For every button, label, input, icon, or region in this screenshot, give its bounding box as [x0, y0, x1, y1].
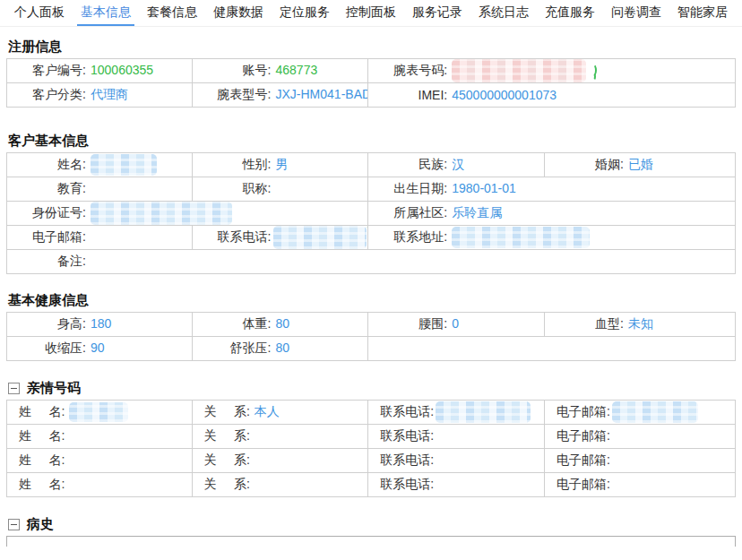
tab-system-log[interactable]: 系统日志: [475, 0, 532, 26]
basic-info-table: 姓名: 性别:男 民族:汉 婚姻:已婚 教育: 职称: 出生日期:1980-01…: [6, 152, 736, 274]
field-label: 腕表号码:: [368, 63, 447, 79]
field-id-number: 身份证号:: [7, 202, 368, 226]
field-label: 联系地址:: [368, 229, 447, 246]
field-email: 电子邮箱:: [7, 226, 193, 250]
field-weight: 体重:80: [192, 313, 368, 337]
tab-control-panel[interactable]: 控制面板: [342, 0, 400, 26]
field-value: 未知: [628, 316, 653, 331]
field-imei: IMEI:450000000001073: [368, 83, 736, 108]
field-education: 教育:: [7, 177, 193, 202]
field-watch-number: 腕表号码:: [368, 59, 736, 83]
table-row: 教育: 职称: 出生日期:1980-01-01: [7, 177, 736, 202]
field-label: 收缩压:: [7, 340, 86, 357]
field-account: 账号:468773: [192, 59, 368, 83]
field-job-title: 职称:: [192, 177, 368, 202]
field-height: 身高:180: [7, 313, 193, 337]
medical-history-table: [6, 536, 736, 547]
field-value: JXJ-HM041-BAD: [276, 87, 368, 101]
field-label: 姓 名:: [19, 477, 65, 491]
field-value: 乐聆直属: [452, 205, 502, 220]
field-label: 腰围:: [368, 316, 447, 332]
field-name: 姓名:: [7, 153, 193, 177]
field-label: 联系电话:: [380, 477, 434, 491]
field-family-name: 姓 名:: [7, 401, 193, 425]
field-label: 电子邮箱:: [7, 229, 86, 246]
field-label: 职称:: [193, 181, 272, 197]
tab-personal-panel[interactable]: 个人面板: [11, 0, 68, 26]
field-family-phone: 联系电话:: [368, 401, 545, 425]
table-row: 姓 名: 关 系: 联系电话: 电子邮箱:: [7, 473, 736, 497]
field-family-phone: 联系电话:: [368, 449, 545, 473]
field-customer-id: 客户编号:100060355: [7, 59, 193, 83]
field-systolic: 收缩压:90: [7, 337, 193, 361]
redacted-blur: [612, 401, 698, 423]
table-row: 姓 名: 关 系: 联系电话: 电子邮箱:: [7, 449, 736, 473]
section-title-basic-health: 基本健康信息: [6, 291, 736, 309]
section-title-medical-history: 病史: [6, 515, 736, 533]
collapse-icon[interactable]: [8, 383, 20, 394]
table-row: 身份证号: 所属社区:乐聆直属: [7, 202, 736, 226]
redacted-blur: [91, 202, 232, 225]
field-label: 身份证号:: [7, 205, 86, 221]
field-label: 民族:: [368, 157, 447, 173]
field-label: 姓名:: [7, 157, 86, 173]
section-title-text: 亲情号码: [27, 379, 81, 397]
field-label: 客户编号:: [7, 63, 86, 79]
tab-package-info[interactable]: 套餐信息: [143, 0, 201, 26]
field-value: 450000000001073: [452, 88, 556, 102]
field-label: 关 系:: [204, 452, 250, 467]
field-label: 性别:: [193, 157, 272, 173]
tab-recharge-service[interactable]: 充值服务: [541, 0, 599, 26]
field-value: 468773: [276, 63, 318, 77]
field-label: 关 系:: [204, 404, 250, 418]
field-diastolic: 舒张压:80: [192, 337, 368, 361]
tab-questionnaire[interactable]: 问卷调查: [608, 0, 665, 26]
field-label: 电子邮箱:: [556, 428, 610, 443]
table-row: 备注:: [7, 250, 736, 274]
tab-basic-info[interactable]: 基本信息: [77, 0, 134, 26]
field-family-phone: 联系电话:: [368, 425, 545, 449]
redacted-blur: [452, 227, 590, 248]
field-label: 联系电话:: [380, 428, 434, 443]
field-blood-type: 血型:未知: [544, 313, 735, 337]
field-label: 备注:: [7, 254, 86, 270]
table-row: 身高:180 体重:80 腰围:0 血型:未知: [7, 313, 736, 337]
field-family-name: 姓 名:: [7, 449, 193, 473]
redacted-blur: [273, 226, 367, 249]
field-label: 血型:: [545, 316, 624, 332]
field-phone: 联系电话:: [192, 226, 368, 250]
collapse-icon[interactable]: [8, 519, 20, 530]
field-family-phone: 联系电话:: [368, 473, 545, 497]
field-birth-date: 出生日期:1980-01-01: [368, 177, 736, 202]
field-family-relation: 关 系:: [192, 473, 368, 497]
field-family-relation: 关 系:: [192, 449, 368, 473]
field-label: 所属社区:: [368, 205, 447, 221]
table-row: 姓 名: 关 系:本人 联系电话: 电子邮箱:: [7, 401, 736, 425]
field-value: 已婚: [628, 157, 653, 171]
table-row: 收缩压:90 舒张压:80: [7, 337, 736, 361]
field-label: 账号:: [193, 63, 272, 79]
section-title-basic-info: 客户基本信息: [6, 132, 736, 150]
field-label: 姓 名:: [19, 404, 65, 418]
field-waist: 腰围:0: [368, 313, 545, 337]
field-value: 代理商: [91, 87, 128, 101]
tab-smart-home[interactable]: 智能家居: [674, 0, 731, 26]
field-family-relation: 关 系:本人: [192, 401, 368, 425]
family-numbers-table: 姓 名: 关 系:本人 联系电话: 电子邮箱: 姓 名: 关 系: 联系电话: …: [6, 400, 736, 497]
field-label: 联系电话:: [380, 404, 434, 418]
field-value: 80: [276, 340, 290, 355]
field-family-name: 姓 名:: [7, 425, 193, 449]
tab-location-service[interactable]: 定位服务: [276, 0, 333, 26]
field-value: 0: [452, 316, 459, 331]
field-label: 教育:: [7, 181, 86, 197]
redacted-blur: [91, 154, 157, 176]
redacted-blur: [69, 402, 128, 422]
field-label: 身高:: [7, 316, 86, 332]
field-value: 90: [91, 340, 105, 355]
field-label: 关 系:: [204, 428, 250, 443]
tab-health-data[interactable]: 健康数据: [210, 0, 267, 26]
field-value: 本人: [255, 404, 280, 418]
field-gender: 性别:男: [192, 153, 368, 177]
tab-service-records[interactable]: 服务记录: [409, 0, 466, 26]
field-label: 姓 名:: [19, 452, 65, 467]
